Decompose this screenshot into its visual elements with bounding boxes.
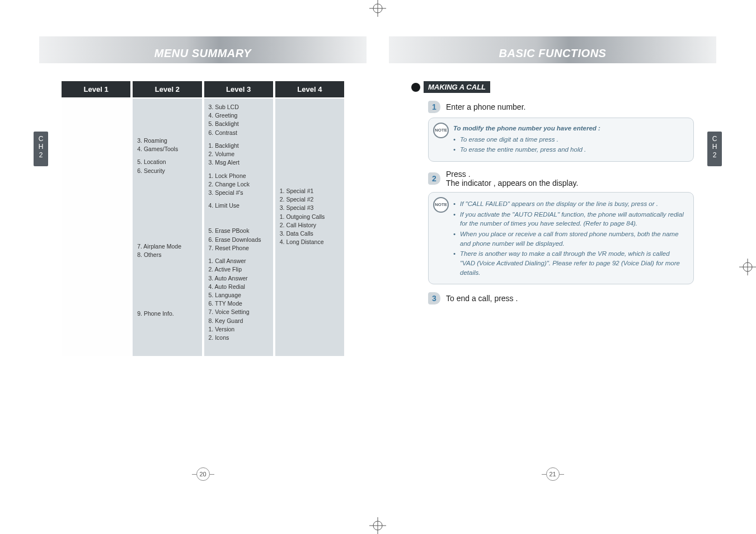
step-3-text: To end a call, press . [446,294,518,303]
menu-item: 9. Phone Info. [137,310,197,318]
step-2-line1: Press . [446,170,471,179]
note-list-item: If "CALL FAILED" appears on the display … [453,199,685,209]
levels-header-row: Level 1 Level 2 Level 3 Level 4 [62,81,344,97]
note-list-item: To erase the entire number, press and ho… [453,145,685,154]
menu-item: 1. Special #1 [280,187,340,195]
menu-item: 1. Call Answer [209,257,269,265]
left-page-body: Level 1 Level 2 Level 3 Level 4 3. Roami… [62,81,344,356]
menu-item: 7. Reset Phone [209,244,269,252]
menu-item: 2. Volume [209,150,269,158]
menu-item: 1. Backlight [209,142,269,150]
menu-item: 1. Outgoing Calls [280,213,340,221]
note-box-2: NOTE If "CALL FAILED" appears on the dis… [428,192,694,284]
reg-mark-right [739,259,756,275]
left-page-header-band: MENU SUMMARY [39,36,367,63]
step-3-number: 3 [428,292,440,305]
menu-item: 5. Language [209,291,269,299]
column-spacer [209,137,269,142]
reg-mark-bottom [369,517,386,534]
menu-item: 7. Voice Setting [209,308,269,316]
column-spacer [137,153,197,158]
menu-item: 3. Sub LCD [209,103,269,111]
note-1-list: To erase one digit at a time press .To e… [453,135,685,154]
menu-item: 1. Version [209,325,269,334]
section-heading: MAKING A CALL [411,81,694,93]
step-1-number: 1 [428,101,440,113]
menu-item: 4. Games/Tools [137,145,197,153]
menu-item: 2. Active Flip [209,265,269,274]
section-bullet-icon [411,83,420,92]
chapter-tab-right: C H 2 [707,132,722,166]
menu-item: 4. Long Distance [280,238,340,246]
level4-header: Level 4 [275,81,344,97]
menu-item: 8. Others [137,251,197,259]
menu-item: 6. Security [137,167,197,175]
right-page-body: MAKING A CALL 1 Enter a phone number. NO… [411,81,694,305]
note-list-item: There is another way to make a call thro… [453,249,685,277]
menu-item: 1. Lock Phone [209,172,269,180]
menu-item: 3. Special #3 [280,204,340,212]
menu-item: 4. Greeting [209,111,269,120]
note-list-item: When you place or receive a call from st… [453,229,685,248]
column-spacer [209,167,269,172]
note-list-item: If you activate the "AUTO REDIAL" functi… [453,210,685,228]
section-label: MAKING A CALL [424,81,490,93]
note-2-list: If "CALL FAILED" appears on the display … [453,199,685,277]
level1-column [62,99,130,356]
menu-item: 5. Location [137,158,197,166]
right-page-header-band: BASIC FUNCTIONS [389,36,716,63]
menu-item: 7. Airplane Mode [137,242,197,251]
column-spacer [209,252,269,257]
column-spacer [280,137,340,170]
left-page-title: MENU SUMMARY [154,47,251,60]
chapter-tab-left: C H 2 [34,132,48,166]
level4-column: 1. Special #12. Special #23. Special #31… [275,99,344,356]
menu-item: 3. Roaming [137,137,197,145]
menu-item: 3. Data Calls [280,229,340,238]
menu-item: 8. Key Guard [209,317,269,325]
step-3: 3 To end a call, press . [428,292,694,305]
right-page-number: 21 [546,467,560,481]
left-page-number: 20 [196,467,210,481]
step-2: 2 Press . The indicator , appears on the… [428,170,694,188]
column-spacer [137,293,197,310]
menu-item: 2. Special #2 [280,195,340,204]
column-spacer [137,209,197,242]
step-2-text: Press . The indicator , appears on the d… [446,170,578,188]
level2-header: Level 2 [133,81,201,97]
note-box-1: NOTE To modify the phone number you have… [428,118,694,162]
menu-item: 3. Msg Alert [209,158,269,167]
menu-item: 5. Backlight [209,120,269,128]
column-spacer [209,197,269,202]
menu-item: 6. TTY Mode [209,299,269,308]
menu-item: 4. Limit Use [209,202,269,210]
column-spacer [209,210,269,227]
step-1: 1 Enter a phone number. [428,101,694,113]
menu-item: 2. Change Lock [209,180,269,189]
column-spacer [137,175,197,209]
note-icon: NOTE [433,197,449,213]
menu-item: 4. Auto Redial [209,283,269,291]
column-spacer [137,103,197,137]
menu-item: 5. Erase PBook [209,227,269,235]
menu-item: 2. Call History [280,221,340,229]
left-page: C H 2 MENU SUMMARY Level 1 Level 2 Level… [39,25,367,484]
menu-item: 3. Auto Answer [209,274,269,283]
column-spacer [280,103,340,137]
levels-body: 3. Roaming4. Games/Tools5. Location6. Se… [62,99,344,356]
level2-column: 3. Roaming4. Games/Tools5. Location6. Se… [133,99,201,356]
menu-item: 6. Erase Downloads [209,236,269,244]
level1-header: Level 1 [62,81,130,97]
right-page: C H 2 BASIC FUNCTIONS MAKING A CALL 1 En… [389,25,716,484]
note-1-title: To modify the phone number you have ente… [453,124,685,133]
reg-mark-top [369,0,386,17]
note-icon: NOTE [433,123,449,138]
level3-column: 3. Sub LCD4. Greeting5. Backlight6. Cont… [204,99,273,356]
step-2-number: 2 [428,172,440,185]
menu-item: 3. Special #'s [209,189,269,197]
page-spread: C H 2 MENU SUMMARY Level 1 Level 2 Level… [39,25,716,484]
column-spacer [280,170,340,187]
menu-item: 6. Contrast [209,129,269,137]
level3-header: Level 3 [204,81,273,97]
right-page-title: BASIC FUNCTIONS [499,47,607,60]
